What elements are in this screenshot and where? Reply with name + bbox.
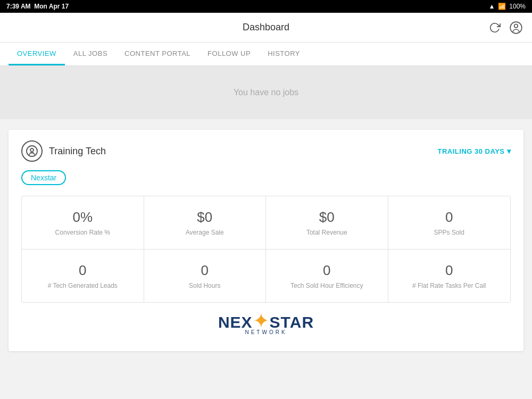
- stat-spps-sold: 0 SPPs Sold: [388, 196, 511, 250]
- logo-network: network: [245, 329, 287, 335]
- footer-logo: NEX ✦ STAR network: [21, 303, 511, 340]
- average-sale-value: $0: [153, 209, 257, 226]
- stat-conversion-rate: 0% Conversion Rate %: [22, 196, 144, 250]
- chevron-down-icon: ▾: [507, 147, 511, 155]
- tab-overview[interactable]: OVERVIEW: [9, 43, 65, 65]
- sold-hours-label: Sold Hours: [153, 282, 257, 289]
- stat-tech-efficiency: 0 Tech Sold Hour Efficiency: [266, 250, 388, 302]
- tech-card: Training Tech TRAILING 30 DAYS ▾ Nexstar…: [9, 130, 523, 351]
- tech-efficiency-label: Tech Sold Hour Efficiency: [275, 282, 379, 289]
- average-sale-label: Average Sale: [153, 229, 257, 236]
- flat-rate-label: # Flat Rate Tasks Per Call: [397, 282, 502, 289]
- flat-rate-value: 0: [397, 262, 502, 279]
- nexstar-tag[interactable]: Nexstar: [21, 170, 66, 185]
- tech-avatar: [21, 140, 43, 162]
- page-title: Dashboard: [243, 22, 289, 33]
- refresh-button[interactable]: [487, 20, 502, 35]
- tech-name: Training Tech: [49, 146, 106, 157]
- conversion-rate-value: 0%: [30, 209, 135, 226]
- status-time-date: 7:39 AM Mon Apr 17: [6, 3, 69, 10]
- tab-follow-up[interactable]: FOLLOW UP: [199, 43, 259, 65]
- sold-hours-value: 0: [153, 262, 257, 279]
- svg-point-2: [27, 146, 37, 156]
- stats-grid: 0% Conversion Rate % $0 Average Sale $0 …: [21, 196, 511, 303]
- no-jobs-banner: You have no jobs: [0, 66, 532, 119]
- no-jobs-message: You have no jobs: [234, 88, 298, 97]
- header: Dashboard: [0, 13, 532, 43]
- stat-tech-leads: 0 # Tech Generated Leads: [22, 250, 144, 302]
- total-revenue-label: Total Revenue: [275, 229, 379, 236]
- tech-efficiency-value: 0: [275, 262, 379, 279]
- tab-content-portal[interactable]: CONTENT PORTAL: [116, 43, 199, 65]
- battery-text: 100%: [509, 3, 526, 10]
- header-actions: [487, 20, 523, 35]
- svg-point-1: [514, 24, 518, 28]
- status-bar: 7:39 AM Mon Apr 17 ▲ 📶 100%: [0, 0, 532, 13]
- signal-icon: ▲: [488, 3, 495, 10]
- spps-sold-value: 0: [397, 209, 502, 226]
- tech-leads-label: # Tech Generated Leads: [30, 282, 135, 289]
- nav-tabs: OVERVIEW ALL JOBS CONTENT PORTAL FOLLOW …: [0, 43, 532, 66]
- conversion-rate-label: Conversion Rate %: [30, 229, 135, 236]
- trailing-days-button[interactable]: TRAILING 30 DAYS ▾: [438, 147, 511, 155]
- logo-star: STAR: [270, 313, 314, 331]
- profile-button[interactable]: [509, 20, 523, 35]
- status-icons: ▲ 📶 100%: [488, 3, 526, 10]
- tech-leads-value: 0: [30, 262, 135, 279]
- stat-sold-hours: 0 Sold Hours: [144, 250, 267, 302]
- stat-total-revenue: $0 Total Revenue: [266, 196, 388, 250]
- star-icon: ✦: [253, 311, 270, 331]
- tab-history[interactable]: HISTORY: [259, 43, 309, 65]
- card-header: Training Tech TRAILING 30 DAYS ▾: [21, 140, 511, 162]
- svg-point-3: [30, 148, 34, 152]
- main-content: You have no jobs Training Tech: [0, 66, 532, 351]
- card-header-left: Training Tech: [21, 140, 106, 162]
- stat-average-sale: $0 Average Sale: [144, 196, 267, 250]
- logo-nex: NEX: [218, 313, 253, 331]
- wifi-icon: 📶: [498, 3, 506, 10]
- total-revenue-value: $0: [275, 209, 379, 226]
- stat-flat-rate: 0 # Flat Rate Tasks Per Call: [388, 250, 511, 302]
- spps-sold-label: SPPs Sold: [397, 229, 502, 236]
- tab-all-jobs[interactable]: ALL JOBS: [65, 43, 116, 65]
